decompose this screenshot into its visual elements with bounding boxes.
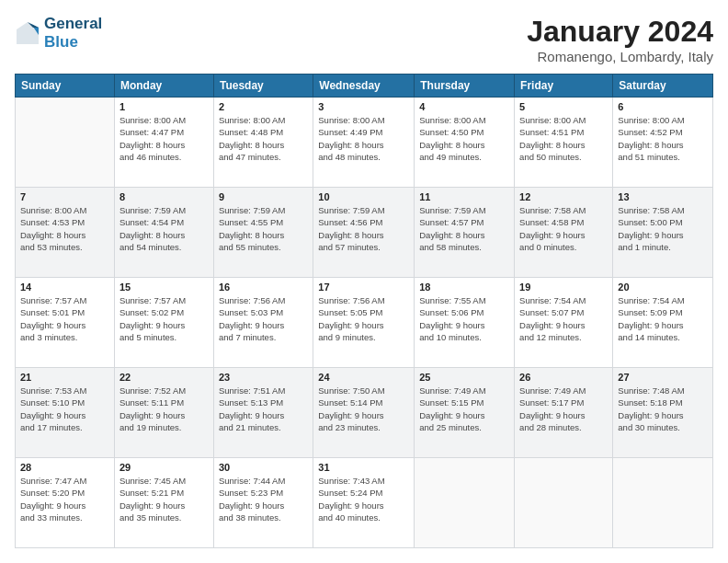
day-number: 26 (519, 372, 608, 383)
cell-info: Sunrise: 8:00 AM Sunset: 4:52 PM Dayligh… (618, 114, 708, 163)
cell-info: Sunrise: 7:49 AM Sunset: 5:15 PM Dayligh… (419, 385, 509, 433)
calendar-cell: 13Sunrise: 7:58 AM Sunset: 5:00 PM Dayli… (613, 188, 713, 278)
cell-info: Sunrise: 8:00 AM Sunset: 4:51 PM Dayligh… (519, 114, 608, 163)
cell-info: Sunrise: 7:48 AM Sunset: 5:18 PM Dayligh… (618, 385, 708, 433)
calendar-cell: 3Sunrise: 8:00 AM Sunset: 4:49 PM Daylig… (313, 98, 415, 188)
calendar-cell (16, 98, 115, 188)
logo-text: General Blue (44, 15, 102, 52)
cell-info: Sunrise: 7:57 AM Sunset: 5:02 PM Dayligh… (119, 294, 209, 343)
cell-info: Sunrise: 7:59 AM Sunset: 4:56 PM Dayligh… (318, 204, 409, 253)
cell-info: Sunrise: 7:54 AM Sunset: 5:09 PM Dayligh… (618, 294, 708, 343)
title-section: January 2024 Romanengo, Lombardy, Italy (527, 15, 713, 64)
calendar-cell: 22Sunrise: 7:52 AM Sunset: 5:11 PM Dayli… (114, 368, 213, 458)
calendar-cell: 27Sunrise: 7:48 AM Sunset: 5:18 PM Dayli… (613, 368, 713, 458)
calendar-cell: 14Sunrise: 7:57 AM Sunset: 5:01 PM Dayli… (16, 278, 115, 368)
calendar-cell: 10Sunrise: 7:59 AM Sunset: 4:56 PM Dayli… (313, 188, 415, 278)
day-number: 11 (419, 191, 509, 202)
cell-info: Sunrise: 7:47 AM Sunset: 5:20 PM Dayligh… (20, 475, 109, 523)
day-number: 30 (219, 462, 308, 473)
calendar-cell: 7Sunrise: 8:00 AM Sunset: 4:53 PM Daylig… (16, 188, 115, 278)
calendar-cell: 4Sunrise: 8:00 AM Sunset: 4:50 PM Daylig… (415, 98, 515, 188)
cell-info: Sunrise: 7:58 AM Sunset: 5:00 PM Dayligh… (618, 204, 708, 253)
calendar-cell: 21Sunrise: 7:53 AM Sunset: 5:10 PM Dayli… (16, 368, 115, 458)
calendar-cell (415, 458, 515, 548)
day-number: 2 (219, 101, 308, 112)
day-number: 1 (119, 101, 209, 112)
day-number: 8 (119, 191, 209, 202)
calendar-cell: 31Sunrise: 7:43 AM Sunset: 5:24 PM Dayli… (313, 458, 415, 548)
cell-info: Sunrise: 7:59 AM Sunset: 4:54 PM Dayligh… (119, 204, 209, 253)
day-number: 16 (219, 282, 308, 293)
calendar-cell: 23Sunrise: 7:51 AM Sunset: 5:13 PM Dayli… (213, 368, 313, 458)
column-header-tuesday: Tuesday (213, 75, 313, 98)
calendar-table: SundayMondayTuesdayWednesdayThursdayFrid… (15, 74, 713, 548)
cell-info: Sunrise: 8:00 AM Sunset: 4:49 PM Dayligh… (318, 114, 409, 163)
main-title: January 2024 (527, 15, 713, 49)
cell-info: Sunrise: 7:57 AM Sunset: 5:01 PM Dayligh… (20, 294, 109, 343)
day-number: 18 (419, 282, 509, 293)
cell-info: Sunrise: 7:45 AM Sunset: 5:21 PM Dayligh… (119, 475, 209, 523)
week-row-2: 7Sunrise: 8:00 AM Sunset: 4:53 PM Daylig… (16, 188, 713, 278)
cell-info: Sunrise: 7:52 AM Sunset: 5:11 PM Dayligh… (119, 385, 209, 433)
cell-info: Sunrise: 7:55 AM Sunset: 5:06 PM Dayligh… (419, 294, 509, 343)
cell-info: Sunrise: 8:00 AM Sunset: 4:47 PM Dayligh… (119, 114, 209, 163)
day-number: 13 (618, 191, 708, 202)
cell-info: Sunrise: 7:54 AM Sunset: 5:07 PM Dayligh… (519, 294, 608, 343)
calendar-cell: 17Sunrise: 7:56 AM Sunset: 5:05 PM Dayli… (313, 278, 415, 368)
day-number: 19 (519, 282, 608, 293)
day-number: 23 (219, 372, 308, 383)
cell-info: Sunrise: 7:59 AM Sunset: 4:57 PM Dayligh… (419, 204, 509, 253)
day-number: 17 (318, 282, 409, 293)
calendar-cell: 25Sunrise: 7:49 AM Sunset: 5:15 PM Dayli… (415, 368, 515, 458)
calendar-cell: 6Sunrise: 8:00 AM Sunset: 4:52 PM Daylig… (613, 98, 713, 188)
calendar-cell: 5Sunrise: 8:00 AM Sunset: 4:51 PM Daylig… (515, 98, 613, 188)
header: General Blue January 2024 Romanengo, Lom… (15, 15, 713, 64)
day-number: 6 (618, 101, 708, 112)
day-number: 7 (20, 191, 109, 202)
calendar-cell: 29Sunrise: 7:45 AM Sunset: 5:21 PM Dayli… (114, 458, 213, 548)
day-number: 5 (519, 101, 608, 112)
day-number: 21 (20, 372, 109, 383)
calendar-cell: 26Sunrise: 7:49 AM Sunset: 5:17 PM Dayli… (515, 368, 613, 458)
day-number: 22 (119, 372, 209, 383)
calendar-cell: 15Sunrise: 7:57 AM Sunset: 5:02 PM Dayli… (114, 278, 213, 368)
day-number: 14 (20, 282, 109, 293)
header-row: SundayMondayTuesdayWednesdayThursdayFrid… (16, 75, 713, 98)
day-number: 24 (318, 372, 409, 383)
cell-info: Sunrise: 7:50 AM Sunset: 5:14 PM Dayligh… (318, 385, 409, 433)
day-number: 3 (318, 101, 409, 112)
cell-info: Sunrise: 7:59 AM Sunset: 4:55 PM Dayligh… (219, 204, 308, 253)
cell-info: Sunrise: 7:49 AM Sunset: 5:17 PM Dayligh… (519, 385, 608, 433)
calendar-cell: 24Sunrise: 7:50 AM Sunset: 5:14 PM Dayli… (313, 368, 415, 458)
calendar-cell: 8Sunrise: 7:59 AM Sunset: 4:54 PM Daylig… (114, 188, 213, 278)
cell-info: Sunrise: 7:51 AM Sunset: 5:13 PM Dayligh… (219, 385, 308, 433)
day-number: 20 (618, 282, 708, 293)
day-number: 28 (20, 462, 109, 473)
calendar-cell (515, 458, 613, 548)
calendar-cell: 9Sunrise: 7:59 AM Sunset: 4:55 PM Daylig… (213, 188, 313, 278)
calendar-cell: 20Sunrise: 7:54 AM Sunset: 5:09 PM Dayli… (613, 278, 713, 368)
calendar-cell: 19Sunrise: 7:54 AM Sunset: 5:07 PM Dayli… (515, 278, 613, 368)
week-row-5: 28Sunrise: 7:47 AM Sunset: 5:20 PM Dayli… (16, 458, 713, 548)
cell-info: Sunrise: 7:56 AM Sunset: 5:05 PM Dayligh… (318, 294, 409, 343)
day-number: 15 (119, 282, 209, 293)
column-header-sunday: Sunday (16, 75, 115, 98)
day-number: 27 (618, 372, 708, 383)
column-header-monday: Monday (114, 75, 213, 98)
calendar-cell: 30Sunrise: 7:44 AM Sunset: 5:23 PM Dayli… (213, 458, 313, 548)
day-number: 4 (419, 101, 509, 112)
week-row-4: 21Sunrise: 7:53 AM Sunset: 5:10 PM Dayli… (16, 368, 713, 458)
page: General Blue January 2024 Romanengo, Lom… (0, 0, 728, 563)
day-number: 25 (419, 372, 509, 383)
column-header-wednesday: Wednesday (313, 75, 415, 98)
logo: General Blue (15, 15, 102, 52)
day-number: 12 (519, 191, 608, 202)
subtitle: Romanengo, Lombardy, Italy (527, 49, 713, 64)
calendar-cell: 1Sunrise: 8:00 AM Sunset: 4:47 PM Daylig… (114, 98, 213, 188)
calendar-cell: 16Sunrise: 7:56 AM Sunset: 5:03 PM Dayli… (213, 278, 313, 368)
day-number: 29 (119, 462, 209, 473)
column-header-saturday: Saturday (613, 75, 713, 98)
calendar-cell: 2Sunrise: 8:00 AM Sunset: 4:48 PM Daylig… (213, 98, 313, 188)
calendar-cell: 12Sunrise: 7:58 AM Sunset: 4:58 PM Dayli… (515, 188, 613, 278)
cell-info: Sunrise: 7:56 AM Sunset: 5:03 PM Dayligh… (219, 294, 308, 343)
